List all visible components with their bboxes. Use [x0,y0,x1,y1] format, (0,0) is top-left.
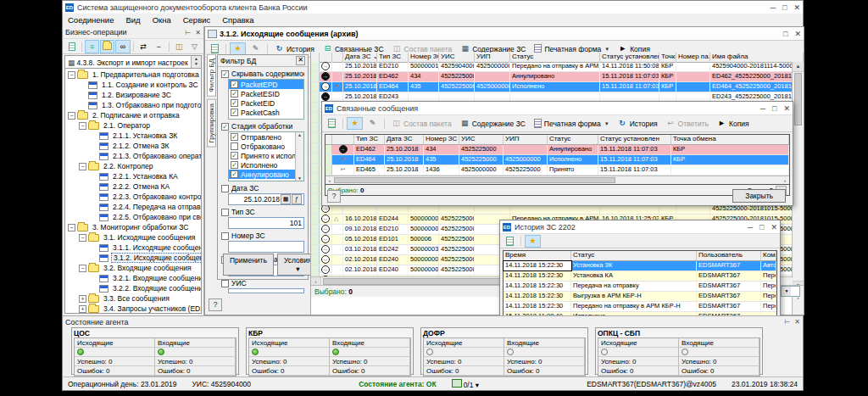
list-scrollbar[interactable]: ▲▼ [295,132,303,181]
checked-checkbox[interactable]: ✓ [231,170,238,178]
row-selector[interactable] [311,245,320,254]
column-header[interactable]: Дата ЗС ⌄ [343,53,377,62]
row-selector[interactable] [311,184,320,193]
tree-item[interactable]: 2.2.4. Передача на отправку [65,202,201,212]
maximize-icon[interactable]: □ [760,223,764,231]
filter-field-checkbox[interactable]: Номер ЗС [221,231,304,240]
row-selector[interactable] [311,62,320,71]
help-button[interactable]: ? [209,298,222,311]
unchecked-checkbox[interactable] [221,280,229,287]
packet-type-list[interactable]: ✓PacketEPD✓PacketESID✓PacketEID✓PacketCa… [228,79,304,120]
row-selector[interactable] [311,215,320,224]
collapse-icon[interactable]: − [152,40,166,53]
checked-checkbox[interactable]: ✓ [231,90,238,98]
list-scroll[interactable]: ▲▼ [191,56,201,69]
close-icon[interactable]: ✕ [296,56,305,65]
tree-item[interactable]: 3.1.2. Исходящие сообщения (архив) [65,253,201,263]
close-button[interactable]: Закрыть [732,189,786,203]
column-header[interactable]: Номер па.. [676,53,710,62]
expand-icon[interactable]: + [79,295,86,303]
row-selector[interactable] [311,153,320,163]
row-selector[interactable] [311,72,320,81]
unchecked-checkbox[interactable] [221,232,229,240]
filter-field-input[interactable] [228,241,304,253]
печатная-форма-button[interactable]: Печатная форма▼ [531,117,613,130]
содержание-зс-button[interactable]: ▦Содержание ЗС [457,117,529,130]
tree-view-icon[interactable]: ≡ [85,40,99,53]
filter-list-item[interactable]: ✓Отправлено [229,132,303,142]
tree-item[interactable]: −3.2. Входящие сообщения [65,263,201,273]
menu-item-3[interactable]: Сервис [183,15,211,25]
row-selector[interactable] [311,92,320,102]
tree-item[interactable]: 2.2.1. Установка КА [65,171,201,181]
history-row[interactable]: 14.11.2018 15:22:30Передано на отправку … [504,302,776,312]
page-button[interactable] [208,42,222,55]
tree-item[interactable]: −3. Мониторинг обработки ЗС [65,222,201,232]
tree-item[interactable]: 2.1.1. Установка ЗК [65,131,201,141]
filter-field-checkbox[interactable]: Дата ЗС [221,184,304,192]
maximize-icon[interactable]: □ [782,3,787,12]
vertical-scrollbar[interactable]: ▲▼ › [792,62,804,315]
row-selector[interactable] [311,235,320,244]
checked-checkbox[interactable]: ✓ [231,161,238,169]
unchecked-checkbox[interactable] [221,209,229,216]
chevron-down-icon[interactable]: ▼ [604,47,609,52]
row-selector[interactable] [311,113,320,122]
row-selector[interactable] [311,225,320,234]
row-selector[interactable] [311,265,320,275]
tab-grouping[interactable]: Группировка [207,99,216,148]
collapse-icon[interactable]: − [68,224,75,231]
table-row[interactable]: →25.10.2018ED4624344525225000Аннулирован… [311,72,793,82]
help-button[interactable]: ? [327,190,341,203]
stage-checkbox[interactable]: ✓Стадия обработки [221,122,304,131]
column-header[interactable]: УИС [439,53,475,62]
row-selector[interactable] [311,123,320,132]
close-icon[interactable]: ✕ [793,3,800,12]
menu-item-1[interactable]: Вид [125,15,140,25]
checked-checkbox[interactable]: ✓ [231,99,238,107]
tree-item[interactable]: 2.2.3. Отбраковано контролером [65,192,201,202]
tree-item[interactable]: −2.1. Оператор [65,120,201,131]
row-selector[interactable] [311,103,320,112]
stage-list[interactable]: ✓ОтправленоОтбраковано✓Принято к исполне… [228,131,304,181]
maximize-icon[interactable]: □ [783,30,787,38]
tree-item[interactable]: 1.1. Создание и контроль ЗС [65,80,201,90]
minimize-icon[interactable]: ─ [748,223,753,231]
column-header[interactable]: УИП [475,53,510,62]
история-button[interactable]: ↻История [615,117,661,130]
close-icon[interactable]: ✕ [195,29,201,36]
column-header[interactable]: Статус установлен [598,135,671,144]
close-icon[interactable]: ✕ [783,104,790,113]
filter-field-input[interactable]: 101 [228,217,304,229]
column-header-blank[interactable] [326,135,332,144]
refresh-button[interactable] [503,235,517,248]
history-row[interactable]: 14.11.2018 15:22:30Установка КАEDSMART36… [504,271,776,282]
column-header[interactable]: Точка обмена [671,135,789,144]
checked-checkbox[interactable]: ✓ [231,133,238,141]
tree-item[interactable]: 2.1.3. Отбраковано оператором [65,151,201,161]
column-header[interactable]: Имя файла [710,53,804,62]
chevron-down-icon[interactable]: ▼ [604,121,609,126]
filter-icon[interactable]: ▽ [187,40,202,53]
expand-icon[interactable]: + [79,305,86,313]
filter-list-item[interactable]: ✓Аннулировано [229,170,303,179]
menu-item-0[interactable]: Соединение [68,15,114,25]
linked-row[interactable]: ↗ED46425.10.201843545252250004525000000И… [326,155,789,165]
tree-item[interactable]: −2. Подписание и отправка [65,110,201,120]
column-header-blank[interactable] [332,135,354,144]
копия-button[interactable]: ►Копия [714,117,753,130]
maximize-icon[interactable]: □ [772,104,776,113]
row-selector[interactable] [311,164,320,173]
pencil-button[interactable]: ✎ [248,42,264,55]
row-selector[interactable] [311,255,320,265]
collapse-icon[interactable]: − [79,163,86,170]
menu-item-2[interactable]: Окна [153,15,171,25]
column-header[interactable]: Статус [510,53,600,62]
column-header[interactable]: УИС [459,135,504,144]
row-selector[interactable] [311,143,320,153]
column-header[interactable]: Статус [548,135,598,144]
row-selector[interactable] [326,165,332,175]
row-selector[interactable] [311,194,320,204]
tree-item[interactable]: +3.3. Все сообщения [65,293,201,304]
pin-icon[interactable]: ⊥ [184,30,192,36]
